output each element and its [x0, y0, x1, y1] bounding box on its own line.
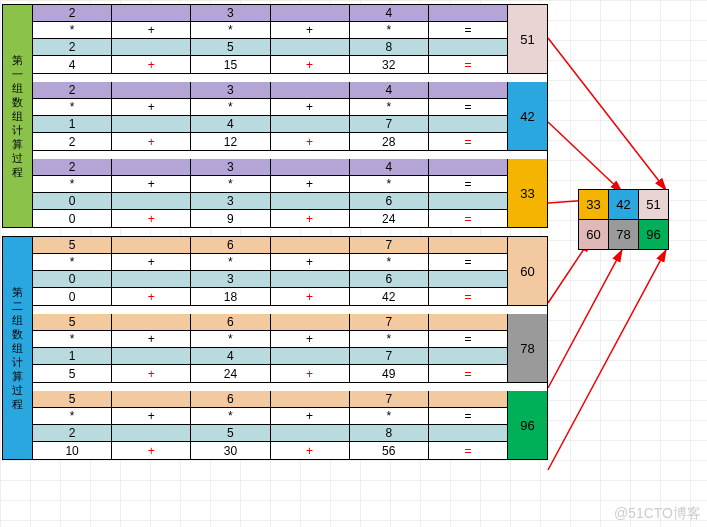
cell: +	[112, 99, 191, 116]
group-label: 第二组数组计算过程	[3, 237, 33, 459]
cell	[429, 5, 507, 22]
cell: =	[429, 254, 507, 271]
matrix-cell: 96	[638, 219, 669, 250]
cell	[271, 193, 350, 210]
cell: +	[271, 99, 350, 116]
cell: 5	[191, 39, 270, 56]
cell	[271, 237, 350, 254]
cell	[112, 116, 191, 133]
block-result: 51	[507, 5, 547, 73]
calculation-groups: 第一组数组计算过程234*+*+*=2584+15+32=51234*+*+*=…	[2, 4, 548, 460]
cell: 4	[33, 56, 112, 73]
cell: +	[271, 22, 350, 39]
cell: +	[112, 442, 191, 459]
cell: 0	[33, 193, 112, 210]
cell: *	[33, 254, 112, 271]
cell: +	[271, 288, 350, 305]
cell: =	[429, 288, 507, 305]
cell	[429, 391, 507, 408]
cell	[429, 271, 507, 288]
cell	[271, 159, 350, 176]
cell: *	[33, 22, 112, 39]
cell: 0	[33, 288, 112, 305]
cell: 2	[33, 39, 112, 56]
cell: 7	[350, 116, 429, 133]
cell: 7	[350, 314, 429, 331]
cell: =	[429, 22, 507, 39]
cell: *	[191, 331, 270, 348]
cell: 5	[33, 314, 112, 331]
cell	[271, 82, 350, 99]
cell: +	[271, 254, 350, 271]
cell: +	[112, 331, 191, 348]
cell: *	[33, 408, 112, 425]
matrix-cell: 51	[638, 189, 669, 220]
cell: +	[112, 408, 191, 425]
cell	[112, 314, 191, 331]
cell: +	[271, 176, 350, 193]
cell	[271, 5, 350, 22]
cell	[112, 193, 191, 210]
cell: *	[350, 99, 429, 116]
calc-block: 234*+*+*=0360+9+24=33	[33, 159, 547, 227]
group-label: 第一组数组计算过程	[3, 5, 33, 227]
cell: =	[429, 56, 507, 73]
cell: 8	[350, 39, 429, 56]
cell: 18	[191, 288, 270, 305]
cell: *	[191, 254, 270, 271]
cell: 6	[191, 391, 270, 408]
cell: 4	[191, 116, 270, 133]
cell: +	[112, 365, 191, 382]
cell: *	[350, 22, 429, 39]
cell: 6	[350, 193, 429, 210]
calc-block: 234*+*+*=1472+12+28=42	[33, 82, 547, 151]
cell: 7	[350, 348, 429, 365]
cell: 5	[33, 365, 112, 382]
calc-block: 234*+*+*=2584+15+32=51	[33, 5, 547, 74]
cell: 3	[191, 271, 270, 288]
cell: +	[112, 254, 191, 271]
matrix-cell: 60	[578, 219, 609, 250]
cell: *	[33, 176, 112, 193]
cell: 4	[350, 82, 429, 99]
cell: 10	[33, 442, 112, 459]
cell: =	[429, 408, 507, 425]
cell	[112, 271, 191, 288]
cell	[112, 237, 191, 254]
cell: +	[271, 210, 350, 227]
calc-block: 567*+*+*=25810+30+56=96	[33, 391, 547, 459]
cell: =	[429, 176, 507, 193]
cell: +	[271, 331, 350, 348]
cell	[429, 159, 507, 176]
cell: 7	[350, 391, 429, 408]
cell	[271, 314, 350, 331]
cell: +	[271, 442, 350, 459]
cell	[429, 314, 507, 331]
cell: 56	[350, 442, 429, 459]
cell: 5	[33, 237, 112, 254]
cell	[429, 348, 507, 365]
cell	[271, 271, 350, 288]
cell: =	[429, 442, 507, 459]
group-1: 第二组数组计算过程567*+*+*=0360+18+42=60567*+*+*=…	[2, 236, 548, 460]
cell: +	[112, 133, 191, 150]
cell: 12	[191, 133, 270, 150]
cell: +	[271, 408, 350, 425]
watermark: @51CTO博客	[614, 505, 701, 523]
cell: 4	[191, 348, 270, 365]
block-result: 96	[507, 391, 547, 459]
cell: 0	[33, 210, 112, 227]
cell: 3	[191, 193, 270, 210]
cell	[271, 39, 350, 56]
cell: 9	[191, 210, 270, 227]
cell: 24	[350, 210, 429, 227]
cell	[271, 348, 350, 365]
cell: *	[350, 254, 429, 271]
cell: *	[191, 22, 270, 39]
cell: =	[429, 331, 507, 348]
cell: 42	[350, 288, 429, 305]
cell	[271, 391, 350, 408]
cell: +	[112, 288, 191, 305]
cell: 2	[33, 159, 112, 176]
cell: *	[191, 99, 270, 116]
